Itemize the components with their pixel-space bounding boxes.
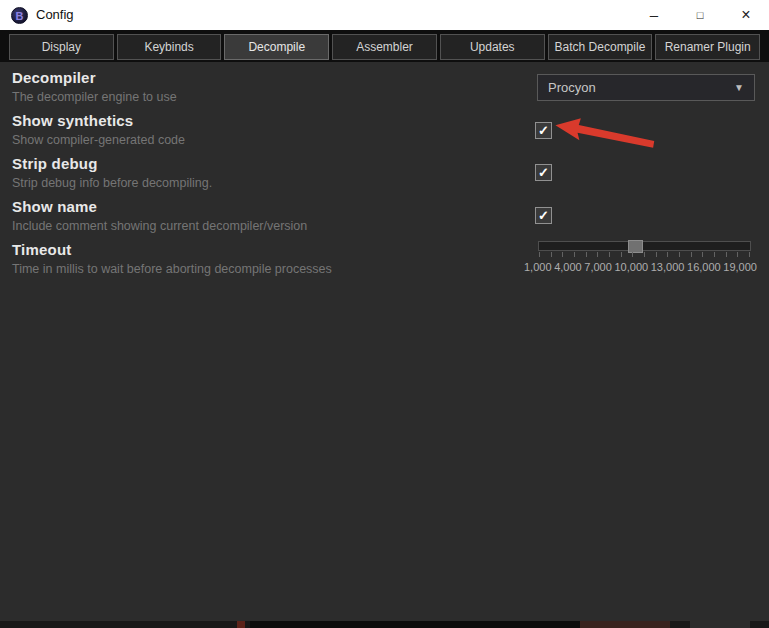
decompile-settings-panel: Decompiler The decompiler engine to use … <box>0 62 769 628</box>
app-icon-letter: B <box>16 10 24 22</box>
tick-label: 4,000 <box>554 261 582 273</box>
close-button[interactable]: × <box>723 0 769 30</box>
decompiler-dropdown[interactable]: Procyon ▼ <box>537 74 755 101</box>
app-icon: B <box>11 7 28 24</box>
tab-batch-decompile[interactable]: Batch Decompile <box>548 34 653 60</box>
minimize-icon: – <box>650 10 658 20</box>
titlebar: B Config – □ × <box>0 0 769 30</box>
timeout-slider[interactable] <box>538 241 751 251</box>
tab-label: Assembler <box>356 40 413 54</box>
tab-renamer-plugin[interactable]: Renamer Plugin <box>655 34 760 60</box>
checkmark-icon: ✓ <box>538 124 549 137</box>
strip-debug-checkbox[interactable]: ✓ <box>535 164 552 181</box>
tab-updates[interactable]: Updates <box>440 34 545 60</box>
decompiler-description: The decompiler engine to use <box>12 90 177 104</box>
tab-decompile[interactable]: Decompile <box>224 34 329 60</box>
checkmark-icon: ✓ <box>538 166 549 179</box>
tab-assembler[interactable]: Assembler <box>332 34 437 60</box>
annotation-arrow <box>552 114 657 156</box>
checkmark-icon: ✓ <box>538 209 549 222</box>
tick-label: 13,000 <box>651 261 685 273</box>
tab-label: Updates <box>470 40 515 54</box>
show-synthetics-checkbox[interactable]: ✓ <box>535 122 552 139</box>
slider-ticks <box>539 252 750 258</box>
tab-label: Keybinds <box>144 40 193 54</box>
tick-label: 10,000 <box>614 261 648 273</box>
show-name-description: Include comment showing current decompil… <box>12 219 307 233</box>
show-synthetics-label: Show synthetics <box>12 112 133 129</box>
strip-debug-label: Strip debug <box>12 155 98 172</box>
tab-label: Batch Decompile <box>555 40 646 54</box>
show-synthetics-description: Show compiler-generated code <box>12 133 185 147</box>
tab-label: Decompile <box>248 40 305 54</box>
minimize-button[interactable]: – <box>631 0 677 30</box>
show-name-label: Show name <box>12 198 97 215</box>
tick-label: 7,000 <box>584 261 612 273</box>
decompiler-label: Decompiler <box>12 69 96 86</box>
tick-label: 1,000 <box>524 261 552 273</box>
window-title: Config <box>36 0 74 30</box>
timeout-description: Time in millis to wait before aborting d… <box>12 262 332 276</box>
tab-display[interactable]: Display <box>9 34 114 60</box>
tick-label: 16,000 <box>687 261 721 273</box>
slider-tick-labels: 1,000 4,000 7,000 10,000 13,000 16,000 1… <box>524 261 757 273</box>
strip-debug-description: Strip debug info before decompiling. <box>12 176 212 190</box>
show-name-checkbox[interactable]: ✓ <box>535 207 552 224</box>
tab-bar: Display Keybinds Decompile Assembler Upd… <box>0 30 769 62</box>
background-window-sliver <box>0 621 769 628</box>
window-controls: – □ × <box>631 0 769 30</box>
decompiler-dropdown-value: Procyon <box>548 80 596 95</box>
maximize-button[interactable]: □ <box>677 0 723 30</box>
maximize-icon: □ <box>697 9 704 21</box>
tab-label: Renamer Plugin <box>665 40 751 54</box>
chevron-down-icon: ▼ <box>734 82 744 93</box>
timeout-label: Timeout <box>12 241 71 258</box>
tab-label: Display <box>42 40 81 54</box>
tab-keybinds[interactable]: Keybinds <box>117 34 222 60</box>
config-window: B Config – □ × Display Keybinds Decompil… <box>0 0 769 628</box>
tick-label: 19,000 <box>723 261 757 273</box>
close-icon: × <box>741 6 750 24</box>
